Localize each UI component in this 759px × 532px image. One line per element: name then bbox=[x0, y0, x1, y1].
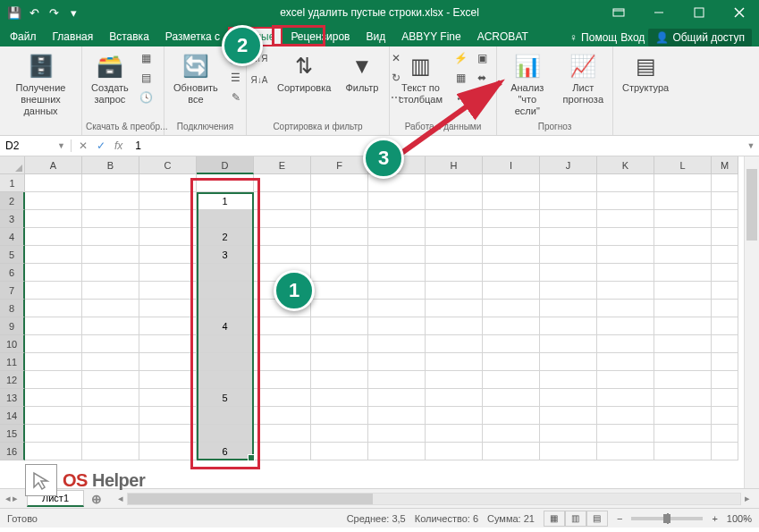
close-icon[interactable] bbox=[719, 0, 759, 25]
cell[interactable] bbox=[197, 210, 254, 228]
cell[interactable] bbox=[311, 425, 368, 443]
cell[interactable] bbox=[426, 389, 483, 407]
cell[interactable] bbox=[311, 264, 368, 282]
cell[interactable] bbox=[311, 246, 368, 264]
row-header[interactable]: 13 bbox=[0, 389, 25, 407]
cell[interactable] bbox=[426, 425, 483, 443]
cell[interactable] bbox=[25, 371, 82, 389]
help-label[interactable]: Помощ bbox=[581, 31, 617, 44]
cell[interactable] bbox=[712, 335, 738, 353]
cell[interactable] bbox=[597, 228, 654, 246]
relationships-icon[interactable]: ⬌ bbox=[473, 69, 491, 87]
cell[interactable] bbox=[426, 174, 483, 192]
cell[interactable] bbox=[197, 300, 254, 317]
cell[interactable] bbox=[25, 246, 82, 264]
cell[interactable] bbox=[712, 300, 738, 317]
cell[interactable] bbox=[25, 174, 82, 192]
cell[interactable] bbox=[540, 407, 597, 425]
row-header[interactable]: 6 bbox=[0, 264, 25, 282]
maximize-icon[interactable] bbox=[679, 0, 719, 25]
cell[interactable] bbox=[25, 389, 82, 407]
save-icon[interactable]: 💾 bbox=[7, 5, 21, 20]
formula-expand-icon[interactable]: ▼ bbox=[743, 141, 759, 150]
cell[interactable] bbox=[197, 264, 254, 282]
cell[interactable] bbox=[311, 300, 368, 317]
cell[interactable] bbox=[311, 174, 368, 192]
cell[interactable] bbox=[311, 282, 368, 300]
cell[interactable] bbox=[368, 282, 426, 300]
cell[interactable] bbox=[139, 389, 197, 407]
cell[interactable] bbox=[540, 317, 597, 335]
cell[interactable] bbox=[368, 335, 426, 353]
minimize-icon[interactable] bbox=[638, 0, 679, 25]
cell[interactable] bbox=[82, 300, 139, 317]
row-header[interactable]: 1 bbox=[0, 174, 25, 192]
cell[interactable] bbox=[540, 192, 597, 210]
horizontal-scrollbar[interactable]: ◂ ▸ bbox=[114, 493, 754, 505]
cell[interactable] bbox=[254, 317, 311, 335]
cell[interactable] bbox=[139, 282, 197, 300]
cell[interactable] bbox=[311, 389, 368, 407]
cell[interactable] bbox=[483, 353, 540, 371]
select-all-button[interactable] bbox=[0, 156, 25, 174]
cell[interactable] bbox=[483, 192, 540, 210]
cell[interactable] bbox=[368, 407, 426, 425]
cell[interactable]: 6 bbox=[197, 443, 254, 460]
cell[interactable] bbox=[197, 407, 254, 425]
cell[interactable] bbox=[25, 210, 82, 228]
cell[interactable] bbox=[654, 228, 712, 246]
properties-icon[interactable]: ☰ bbox=[227, 69, 245, 87]
sort-za-icon[interactable]: Я↓А bbox=[250, 71, 268, 89]
cell[interactable] bbox=[712, 371, 738, 389]
cell[interactable] bbox=[540, 353, 597, 371]
col-header[interactable]: B bbox=[82, 156, 139, 174]
cell[interactable] bbox=[483, 371, 540, 389]
cell[interactable] bbox=[139, 371, 197, 389]
cell[interactable] bbox=[25, 443, 82, 460]
cell[interactable] bbox=[654, 425, 712, 443]
cell[interactable] bbox=[712, 317, 738, 335]
cell[interactable] bbox=[311, 317, 368, 335]
cell[interactable] bbox=[426, 335, 483, 353]
name-box[interactable]: D2 ▼ bbox=[0, 139, 72, 152]
tab-layout[interactable]: Разметка с bbox=[157, 27, 228, 46]
from-table-icon[interactable]: ▤ bbox=[138, 69, 156, 87]
cell[interactable] bbox=[426, 264, 483, 282]
cell[interactable] bbox=[311, 443, 368, 460]
cell[interactable]: 1 bbox=[197, 192, 254, 210]
row-header[interactable]: 16 bbox=[0, 443, 25, 460]
cell[interactable] bbox=[597, 174, 654, 192]
cell[interactable] bbox=[25, 425, 82, 443]
tab-acrobat[interactable]: ACROBAT bbox=[469, 27, 536, 46]
sheet-prev-icon[interactable]: ◂ bbox=[5, 493, 11, 504]
row-header[interactable]: 5 bbox=[0, 246, 25, 264]
cell[interactable] bbox=[597, 389, 654, 407]
cell[interactable] bbox=[712, 353, 738, 371]
cell[interactable] bbox=[540, 282, 597, 300]
flash-fill-icon[interactable]: ⚡ bbox=[451, 49, 469, 67]
cell[interactable] bbox=[654, 246, 712, 264]
show-queries-icon[interactable]: ▦ bbox=[138, 49, 156, 67]
row-header[interactable]: 7 bbox=[0, 282, 25, 300]
cell[interactable] bbox=[654, 282, 712, 300]
cell[interactable] bbox=[25, 228, 82, 246]
cell[interactable] bbox=[483, 264, 540, 282]
cell[interactable] bbox=[139, 300, 197, 317]
outline-button[interactable]: ▤ Структура bbox=[617, 49, 674, 97]
cell[interactable] bbox=[540, 228, 597, 246]
cell[interactable] bbox=[483, 174, 540, 192]
cell[interactable] bbox=[139, 192, 197, 210]
cell[interactable] bbox=[139, 210, 197, 228]
row-header[interactable]: 12 bbox=[0, 371, 25, 389]
cell[interactable] bbox=[483, 300, 540, 317]
cell[interactable] bbox=[254, 407, 311, 425]
cell[interactable] bbox=[483, 425, 540, 443]
col-header[interactable]: E bbox=[254, 156, 311, 174]
cell[interactable] bbox=[254, 443, 311, 460]
cell[interactable] bbox=[540, 425, 597, 443]
cell[interactable] bbox=[483, 228, 540, 246]
cell[interactable] bbox=[368, 228, 426, 246]
zoom-slider[interactable] bbox=[631, 517, 703, 520]
row-header[interactable]: 10 bbox=[0, 335, 25, 353]
share-button[interactable]: 👤 Общий доступ bbox=[648, 29, 752, 46]
